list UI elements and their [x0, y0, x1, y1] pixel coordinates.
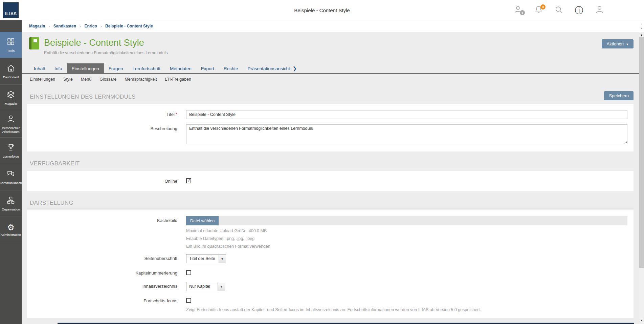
scrollbar-thumb[interactable] — [639, 37, 644, 268]
sidebar-item-dashboard[interactable]: Dashboard — [0, 58, 22, 85]
sidebar-item-organisation[interactable]: Organisation — [0, 190, 22, 217]
subtab-menue[interactable]: Menü — [81, 77, 91, 82]
sidebar-item-kommunikation[interactable]: Kommunikation — [0, 164, 22, 190]
section-title: DARSTELLUNG — [30, 200, 73, 206]
subtab-lti-freigaben[interactable]: LTI-Freigaben — [165, 77, 191, 82]
sidebar-label: Administration — [0, 233, 22, 237]
subtab-einstellungen[interactable]: Einstellungen — [30, 77, 55, 82]
arrow-right-icon: ❯ — [293, 66, 297, 71]
chevron-down-icon: ▼ — [219, 255, 226, 263]
section-verfuegbarkeit-header: VERFÜGBARKEIT — [27, 160, 634, 169]
scrollbar-down-icon[interactable]: ▼ — [639, 318, 644, 323]
learning-module-icon — [29, 37, 39, 49]
titel-input[interactable] — [186, 110, 627, 119]
chevron-right-icon: › — [48, 24, 50, 29]
kapitelnummerierung-row: Kapitelnummerierung — [32, 269, 634, 277]
titel-row: Titel* — [32, 110, 634, 119]
sidebar-item-persoenlicher-arbeitsraum[interactable]: Persönlicher Arbeitsraum — [0, 111, 22, 138]
kapitelnummerierung-checkbox[interactable] — [186, 270, 191, 275]
subtab-style[interactable]: Style — [63, 77, 73, 82]
inhaltsverzeichnis-row: Inhaltsverzeichnis Nur Kapitel ▼ — [32, 282, 634, 291]
trophy-icon — [6, 143, 15, 153]
subtab-mehrsprachigkeit[interactable]: Mehrsprachigkeit — [125, 77, 157, 82]
scroll-rail: ∧ ∨ ▲ ▼ — [639, 20, 644, 324]
chevron-down-icon: ▼ — [218, 282, 225, 291]
inhaltsverzeichnis-select[interactable]: Nur Kapitel ▼ — [186, 282, 225, 291]
datei-waehlen-button[interactable]: Datei wählen — [186, 216, 219, 225]
user-menu-button[interactable] — [595, 5, 604, 15]
tab-export[interactable]: Export — [196, 63, 219, 73]
sidebar-label: Lernerfolge — [2, 155, 20, 159]
fortschritts-icons-checkbox[interactable] — [186, 298, 191, 303]
subtab-glossare[interactable]: Glossare — [99, 77, 116, 82]
top-bar: ILIAS Beispiele - Content Style 1 3 ⓘ — [0, 0, 644, 20]
breadcrumb-current[interactable]: Beispiele - Content Style — [105, 24, 153, 28]
tab-inhalt[interactable]: Inhalt — [29, 63, 50, 73]
online-checkbox[interactable] — [186, 178, 191, 183]
panel-darstellung: Kachelbild Datei wählen Maximal erlaubte… — [27, 210, 634, 318]
info-icon: ⓘ — [575, 6, 583, 15]
beschreibung-textarea[interactable]: Enthält die verschiedenen Formatmöglichk… — [186, 124, 627, 144]
sidebar-item-administration[interactable]: ⚙ Administration — [0, 217, 22, 243]
kapitelnummerierung-label: Kapitelnummerierung — [32, 269, 186, 276]
tab-praesentationsansicht[interactable]: Präsentationsansicht ❯ — [243, 63, 302, 73]
titel-label: Titel* — [32, 110, 186, 117]
scrollbar-track[interactable]: ▲ ▼ — [639, 32, 644, 324]
sidebar-item-lernerfolge[interactable]: Lernerfolge — [0, 138, 22, 164]
square-format-hint: Ein Bild im quadratischen Format verwend… — [186, 244, 627, 249]
page-title: Beispiele - Content Style — [44, 37, 144, 49]
seitenueberschrift-label: Seitenüberschrift — [32, 254, 186, 261]
aktionen-button[interactable]: Aktionen▼ — [602, 39, 634, 48]
tab-einstellungen[interactable]: Einstellungen — [67, 63, 104, 73]
beschreibung-label: Beschreibung — [32, 124, 186, 131]
online-label: Online — [32, 177, 186, 184]
scrollbar-up-icon[interactable]: ▲ — [639, 33, 644, 37]
caret-down-icon: ▼ — [626, 43, 629, 46]
sidebar-item-tools[interactable]: Tools — [0, 32, 22, 58]
seitenueberschrift-row: Seitenüberschrift Titel der Seite ▼ — [32, 254, 634, 263]
sidebar-item-magazin[interactable]: Magazin — [0, 85, 22, 111]
kachelbild-row: Kachelbild Datei wählen Maximal erlaubte… — [32, 216, 634, 249]
sidebar-label: Persönlicher Arbeitsraum — [0, 126, 22, 134]
file-input-bar[interactable] — [219, 216, 627, 225]
speichern-button[interactable]: Speichern — [604, 91, 634, 100]
tab-rechte[interactable]: Rechte — [219, 63, 243, 73]
fortschritts-icons-label: Fortschritts-Icons — [32, 297, 186, 303]
main-sidebar: Tools Dashboard Magazin Persönlicher Arb… — [0, 20, 22, 324]
user-icon — [595, 5, 604, 16]
tab-info[interactable]: Info — [50, 63, 67, 73]
mini-scroll-buttons[interactable]: ∧ ∨ — [639, 20, 644, 32]
search-icon — [554, 5, 563, 16]
required-mark: * — [176, 112, 177, 117]
chevron-right-icon: › — [80, 24, 81, 29]
sidebar-label: Magazin — [4, 102, 18, 106]
page-description: Enthält die verschiedenen Formatmöglichk… — [44, 50, 168, 55]
section-darstellung-header: DARSTELLUNG — [27, 200, 634, 208]
tab-lernfortschritt[interactable]: Lernfortschritt — [128, 63, 165, 73]
section-title: EINSTELLUNGEN DES LERNMODULS — [30, 94, 136, 100]
help-button[interactable]: ⓘ — [574, 5, 584, 15]
seitenueberschrift-select[interactable]: Titel der Seite ▼ — [186, 254, 226, 263]
main-content: Magazin › Sandkasten › Enrico › Beispiel… — [22, 20, 639, 324]
panel-lernmodul: Titel* Beschreibung Enthält die verschie… — [27, 104, 634, 151]
mini-scroll-up-icon: ∧ — [640, 23, 643, 26]
online-row: Online — [32, 177, 634, 185]
chat-bubbles-icon — [6, 169, 15, 180]
who-is-online-badge: 1 — [520, 10, 525, 15]
kachelbild-file-input[interactable]: Datei wählen — [186, 216, 627, 225]
breadcrumb-magazin[interactable]: Magazin — [29, 24, 45, 28]
who-is-online-button[interactable]: 1 — [513, 5, 523, 15]
tab-bar: Inhalt Info Einstellungen Fragen Lernfor… — [22, 63, 639, 74]
breadcrumb-enrico[interactable]: Enrico — [84, 24, 97, 28]
tab-fragen[interactable]: Fragen — [104, 63, 128, 73]
person-icon — [6, 115, 15, 125]
notifications-button[interactable]: 3 — [534, 5, 543, 15]
bottom-divider — [58, 323, 634, 324]
subtab-bar: Einstellungen Style Menü Glossare Mehrsp… — [22, 74, 639, 82]
tab-metadaten[interactable]: Metadaten — [165, 63, 196, 73]
sidebar-label: Kommunikation — [0, 181, 23, 185]
gear-icon: ⚙ — [7, 223, 15, 231]
breadcrumb-sandkasten[interactable]: Sandkasten — [53, 24, 76, 28]
inhaltsverzeichnis-label: Inhaltsverzeichnis — [32, 282, 186, 289]
search-button[interactable] — [554, 5, 563, 15]
